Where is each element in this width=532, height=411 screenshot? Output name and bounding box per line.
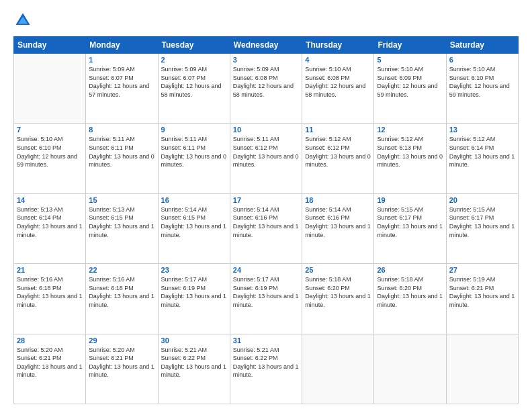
day-info: Sunrise: 5:09 AMSunset: 6:07 PMDaylight:… — [89, 66, 149, 98]
day-number: 4 — [305, 56, 371, 64]
day-number: 5 — [377, 56, 443, 64]
day-info: Sunrise: 5:12 AMSunset: 6:14 PMDaylight:… — [449, 136, 515, 168]
calendar-cell: 29 Sunrise: 5:20 AMSunset: 6:21 PMDaylig… — [86, 334, 158, 404]
calendar-cell: 18 Sunrise: 5:14 AMSunset: 6:16 PMDaylig… — [302, 193, 374, 263]
day-number: 22 — [89, 266, 154, 274]
day-info: Sunrise: 5:09 AMSunset: 6:08 PMDaylight:… — [233, 66, 294, 98]
day-number: 24 — [233, 266, 299, 274]
weekday-header-monday: Monday — [86, 37, 158, 54]
calendar-cell: 14 Sunrise: 5:13 AMSunset: 6:14 PMDaylig… — [14, 193, 86, 263]
day-number: 9 — [161, 126, 227, 134]
weekday-header-friday: Friday — [374, 37, 446, 54]
calendar-cell: 16 Sunrise: 5:14 AMSunset: 6:15 PMDaylig… — [158, 193, 230, 263]
day-info: Sunrise: 5:17 AMSunset: 6:19 PMDaylight:… — [233, 276, 299, 308]
day-number: 12 — [377, 126, 443, 134]
calendar-cell: 27 Sunrise: 5:19 AMSunset: 6:21 PMDaylig… — [446, 264, 518, 334]
day-info: Sunrise: 5:13 AMSunset: 6:15 PMDaylight:… — [89, 206, 154, 238]
day-number: 18 — [305, 196, 371, 204]
day-info: Sunrise: 5:13 AMSunset: 6:14 PMDaylight:… — [17, 206, 83, 238]
calendar-cell — [374, 334, 446, 404]
day-info: Sunrise: 5:12 AMSunset: 6:13 PMDaylight:… — [377, 136, 443, 168]
calendar-cell: 23 Sunrise: 5:17 AMSunset: 6:19 PMDaylig… — [158, 264, 230, 334]
day-number: 3 — [233, 56, 299, 64]
day-info: Sunrise: 5:10 AMSunset: 6:10 PMDaylight:… — [17, 136, 77, 168]
calendar-cell: 4 Sunrise: 5:10 AMSunset: 6:08 PMDayligh… — [302, 54, 374, 124]
weekday-header-sunday: Sunday — [14, 37, 86, 54]
weekday-header-thursday: Thursday — [302, 37, 374, 54]
day-info: Sunrise: 5:14 AMSunset: 6:16 PMDaylight:… — [305, 206, 371, 238]
calendar-cell: 26 Sunrise: 5:18 AMSunset: 6:20 PMDaylig… — [374, 264, 446, 334]
calendar-cell: 8 Sunrise: 5:11 AMSunset: 6:11 PMDayligh… — [86, 124, 158, 193]
calendar-week-3: 14 Sunrise: 5:13 AMSunset: 6:14 PMDaylig… — [14, 193, 519, 263]
day-info: Sunrise: 5:14 AMSunset: 6:15 PMDaylight:… — [161, 206, 227, 238]
calendar-cell: 1 Sunrise: 5:09 AMSunset: 6:07 PMDayligh… — [86, 54, 158, 124]
day-info: Sunrise: 5:18 AMSunset: 6:20 PMDaylight:… — [377, 276, 443, 308]
day-number: 26 — [377, 266, 443, 274]
day-info: Sunrise: 5:17 AMSunset: 6:19 PMDaylight:… — [161, 276, 227, 308]
weekday-header-row: SundayMondayTuesdayWednesdayThursdayFrid… — [14, 37, 519, 54]
calendar-cell: 31 Sunrise: 5:21 AMSunset: 6:22 PMDaylig… — [230, 334, 302, 404]
day-number: 8 — [89, 126, 154, 134]
day-info: Sunrise: 5:21 AMSunset: 6:22 PMDaylight:… — [233, 347, 299, 379]
day-info: Sunrise: 5:18 AMSunset: 6:20 PMDaylight:… — [305, 276, 371, 308]
calendar-week-2: 7 Sunrise: 5:10 AMSunset: 6:10 PMDayligh… — [14, 124, 519, 193]
calendar-cell: 3 Sunrise: 5:09 AMSunset: 6:08 PMDayligh… — [230, 54, 302, 124]
day-info: Sunrise: 5:20 AMSunset: 6:21 PMDaylight:… — [89, 347, 154, 379]
logo — [13, 11, 35, 30]
calendar-cell: 19 Sunrise: 5:15 AMSunset: 6:17 PMDaylig… — [374, 193, 446, 263]
day-info: Sunrise: 5:12 AMSunset: 6:12 PMDaylight:… — [305, 136, 371, 168]
day-info: Sunrise: 5:11 AMSunset: 6:12 PMDaylight:… — [233, 136, 299, 168]
day-info: Sunrise: 5:14 AMSunset: 6:16 PMDaylight:… — [233, 206, 299, 238]
day-number: 2 — [161, 56, 227, 64]
page: SundayMondayTuesdayWednesdayThursdayFrid… — [0, 0, 532, 411]
day-info: Sunrise: 5:21 AMSunset: 6:22 PMDaylight:… — [161, 347, 227, 379]
calendar-cell: 6 Sunrise: 5:10 AMSunset: 6:10 PMDayligh… — [446, 54, 518, 124]
day-number: 10 — [233, 126, 299, 134]
weekday-header-wednesday: Wednesday — [230, 37, 302, 54]
calendar-cell — [302, 334, 374, 404]
day-info: Sunrise: 5:16 AMSunset: 6:18 PMDaylight:… — [89, 276, 154, 308]
day-info: Sunrise: 5:19 AMSunset: 6:21 PMDaylight:… — [449, 276, 515, 308]
calendar-cell: 24 Sunrise: 5:17 AMSunset: 6:19 PMDaylig… — [230, 264, 302, 334]
calendar-week-5: 28 Sunrise: 5:20 AMSunset: 6:21 PMDaylig… — [14, 334, 519, 404]
calendar-cell: 2 Sunrise: 5:09 AMSunset: 6:07 PMDayligh… — [158, 54, 230, 124]
day-info: Sunrise: 5:10 AMSunset: 6:10 PMDaylight:… — [449, 66, 510, 98]
day-info: Sunrise: 5:20 AMSunset: 6:21 PMDaylight:… — [17, 347, 83, 379]
day-number: 20 — [449, 196, 515, 204]
calendar-cell — [446, 334, 518, 404]
calendar-cell: 20 Sunrise: 5:15 AMSunset: 6:17 PMDaylig… — [446, 193, 518, 263]
day-info: Sunrise: 5:09 AMSunset: 6:07 PMDaylight:… — [161, 66, 222, 98]
day-number: 30 — [161, 336, 227, 345]
day-number: 1 — [89, 56, 154, 64]
calendar-cell: 7 Sunrise: 5:10 AMSunset: 6:10 PMDayligh… — [14, 124, 86, 193]
day-number: 27 — [449, 266, 515, 274]
day-number: 7 — [17, 126, 83, 134]
day-number: 14 — [17, 196, 83, 204]
calendar-cell: 15 Sunrise: 5:13 AMSunset: 6:15 PMDaylig… — [86, 193, 158, 263]
day-number: 17 — [233, 196, 299, 204]
day-number: 31 — [233, 336, 299, 345]
calendar-cell: 21 Sunrise: 5:16 AMSunset: 6:18 PMDaylig… — [14, 264, 86, 334]
calendar-week-1: 1 Sunrise: 5:09 AMSunset: 6:07 PMDayligh… — [14, 54, 519, 124]
day-info: Sunrise: 5:10 AMSunset: 6:08 PMDaylight:… — [305, 66, 365, 98]
day-info: Sunrise: 5:10 AMSunset: 6:09 PMDaylight:… — [377, 66, 437, 98]
calendar-cell — [14, 54, 86, 124]
calendar-cell: 25 Sunrise: 5:18 AMSunset: 6:20 PMDaylig… — [302, 264, 374, 334]
weekday-header-tuesday: Tuesday — [158, 37, 230, 54]
header — [13, 11, 519, 30]
calendar-cell: 17 Sunrise: 5:14 AMSunset: 6:16 PMDaylig… — [230, 193, 302, 263]
day-number: 11 — [305, 126, 371, 134]
calendar-cell: 22 Sunrise: 5:16 AMSunset: 6:18 PMDaylig… — [86, 264, 158, 334]
day-number: 28 — [17, 336, 83, 345]
day-number: 19 — [377, 196, 443, 204]
day-info: Sunrise: 5:16 AMSunset: 6:18 PMDaylight:… — [17, 276, 83, 308]
day-info: Sunrise: 5:11 AMSunset: 6:11 PMDaylight:… — [89, 136, 154, 168]
calendar-week-4: 21 Sunrise: 5:16 AMSunset: 6:18 PMDaylig… — [14, 264, 519, 334]
calendar-cell: 28 Sunrise: 5:20 AMSunset: 6:21 PMDaylig… — [14, 334, 86, 404]
day-info: Sunrise: 5:15 AMSunset: 6:17 PMDaylight:… — [449, 206, 515, 238]
calendar-cell: 5 Sunrise: 5:10 AMSunset: 6:09 PMDayligh… — [374, 54, 446, 124]
calendar-table: SundayMondayTuesdayWednesdayThursdayFrid… — [13, 36, 519, 404]
day-info: Sunrise: 5:15 AMSunset: 6:17 PMDaylight:… — [377, 206, 443, 238]
day-number: 23 — [161, 266, 227, 274]
calendar-cell: 30 Sunrise: 5:21 AMSunset: 6:22 PMDaylig… — [158, 334, 230, 404]
